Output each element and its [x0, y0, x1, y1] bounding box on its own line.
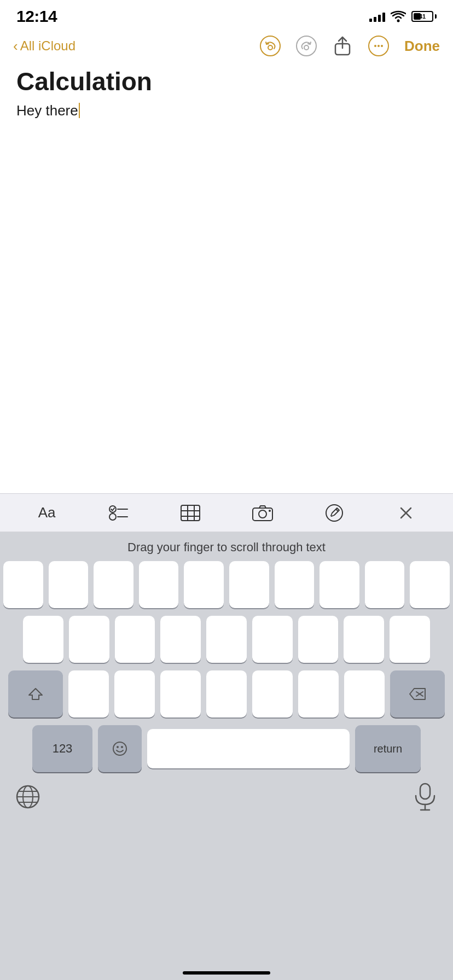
svg-point-26 — [117, 746, 119, 748]
shift-icon — [28, 686, 43, 702]
status-icons: 41 — [369, 10, 437, 22]
svg-rect-33 — [420, 784, 430, 799]
globe-icon — [14, 783, 42, 810]
keyboard-bottom-row — [0, 772, 453, 816]
svg-point-8 — [109, 514, 116, 520]
nav-bar: ‹ All iCloud — [0, 30, 453, 62]
spacebar[interactable] — [147, 729, 350, 768]
key-e[interactable] — [94, 561, 133, 608]
key-x[interactable] — [114, 670, 155, 718]
svg-point-2 — [304, 45, 309, 50]
checklist-icon — [109, 505, 129, 521]
undo-button[interactable] — [260, 36, 281, 56]
key-j[interactable] — [298, 616, 339, 663]
key-s[interactable] — [69, 616, 109, 663]
svg-point-25 — [113, 742, 126, 755]
more-button[interactable] — [368, 36, 389, 56]
text-cursor — [79, 103, 80, 118]
key-r[interactable] — [139, 561, 179, 608]
svg-point-19 — [326, 505, 342, 521]
undo-icon — [260, 36, 281, 56]
formatting-toolbar: Aa — [0, 493, 453, 532]
key-shift[interactable] — [8, 670, 63, 718]
key-z[interactable] — [68, 670, 109, 718]
key-k[interactable] — [344, 616, 384, 663]
key-t[interactable] — [184, 561, 224, 608]
note-title[interactable]: Calculation — [16, 68, 437, 96]
keyboard[interactable]: Drag your finger to scroll through text — [0, 532, 453, 980]
key-c[interactable] — [160, 670, 201, 718]
nav-actions: Done — [260, 36, 440, 56]
svg-point-7 — [109, 506, 116, 512]
key-b[interactable] — [252, 670, 293, 718]
svg-point-1 — [268, 45, 272, 50]
wifi-icon — [391, 10, 406, 22]
key-d[interactable] — [115, 616, 155, 663]
table-button[interactable] — [174, 499, 207, 527]
svg-point-0 — [397, 20, 400, 22]
key-l[interactable] — [390, 616, 430, 663]
key-v[interactable] — [206, 670, 247, 718]
svg-point-4 — [374, 45, 376, 47]
markup-button[interactable] — [318, 499, 351, 527]
back-label: All iCloud — [20, 38, 76, 54]
signal-icon — [369, 11, 385, 22]
camera-button[interactable] — [246, 499, 279, 527]
key-delete[interactable] — [390, 670, 445, 718]
emoji-icon — [112, 741, 127, 756]
back-button[interactable]: ‹ All iCloud — [13, 38, 76, 55]
return-label: return — [374, 743, 402, 755]
keyboard-row-3 — [3, 670, 450, 718]
key-w[interactable] — [49, 561, 89, 608]
key-g[interactable] — [206, 616, 247, 663]
key-o[interactable] — [365, 561, 405, 608]
numbers-label: 123 — [53, 742, 73, 756]
share-icon — [333, 36, 352, 56]
key-emoji[interactable] — [98, 725, 142, 772]
battery-icon: 41 — [411, 11, 437, 22]
key-p[interactable] — [410, 561, 450, 608]
keyboard-row-1 — [3, 561, 450, 608]
format-aa-icon: Aa — [38, 504, 56, 521]
svg-point-18 — [269, 510, 271, 512]
key-u[interactable] — [275, 561, 315, 608]
key-f[interactable] — [160, 616, 201, 663]
status-bar: 12:14 41 — [0, 0, 453, 30]
svg-rect-11 — [181, 505, 200, 521]
checklist-button[interactable] — [102, 499, 135, 527]
close-icon — [399, 506, 413, 520]
keyboard-row-4: 123 return — [3, 725, 450, 772]
camera-icon — [252, 505, 273, 521]
key-i[interactable] — [320, 561, 359, 608]
key-y[interactable] — [229, 561, 269, 608]
redo-icon — [296, 36, 317, 56]
done-button[interactable]: Done — [404, 38, 440, 55]
note-title-area: Calculation Hey there — [0, 62, 453, 119]
redo-button[interactable] — [296, 36, 317, 56]
markup-icon — [325, 504, 344, 522]
delete-icon — [409, 687, 426, 701]
key-h[interactable] — [252, 616, 293, 663]
key-return[interactable]: return — [355, 725, 421, 772]
key-numbers[interactable]: 123 — [32, 725, 92, 772]
key-n[interactable] — [298, 670, 339, 718]
key-a[interactable] — [23, 616, 63, 663]
keyboard-hint: Drag your finger to scroll through text — [0, 532, 453, 561]
more-icon — [368, 36, 389, 56]
svg-point-17 — [259, 510, 266, 518]
note-content-area[interactable]: Hey there — [16, 102, 437, 119]
microphone-button[interactable] — [406, 778, 444, 816]
key-m[interactable] — [344, 670, 385, 718]
key-q[interactable] — [3, 561, 43, 608]
svg-point-27 — [121, 746, 123, 748]
keyboard-rows: 123 return — [0, 561, 453, 772]
format-text-button[interactable]: Aa — [31, 499, 63, 527]
status-time: 12:14 — [16, 7, 57, 26]
globe-button[interactable] — [9, 778, 47, 816]
microphone-icon — [413, 783, 437, 811]
table-icon — [181, 505, 200, 521]
svg-point-5 — [378, 45, 380, 47]
share-button[interactable] — [332, 36, 353, 56]
home-indicator — [183, 971, 270, 975]
close-toolbar-button[interactable] — [390, 499, 422, 527]
